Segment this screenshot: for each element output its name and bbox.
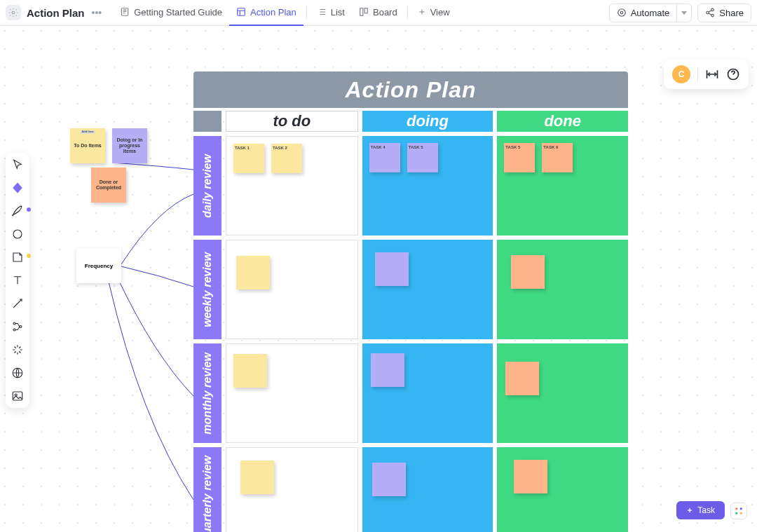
sticky-blank[interactable] [514,460,547,493]
sticky-task[interactable]: TASK 1 [233,144,264,173]
whiteboard-canvas[interactable]: C Add Item To Do Items Doing or In progr… [0,26,757,532]
cell-monthly-done[interactable] [497,343,628,443]
tab-getting-started[interactable]: Getting Started Guide [113,0,229,26]
sticky-task[interactable]: TASK 4 [369,143,400,172]
sticky-blank[interactable] [372,463,406,496]
cell-quarterly-doing[interactable] [362,447,493,532]
sticky-task[interactable]: TASK 6 [542,143,573,172]
board-title: Action Plan [193,71,628,108]
sticky-task[interactable]: TASK 5 [407,143,438,172]
legend-label: Done or Completed [94,179,123,191]
sticky-blank[interactable] [233,354,267,388]
chevron-down-icon [681,11,687,15]
column-header-done: done [497,111,628,132]
cell-quarterly-done[interactable] [497,447,628,532]
automate-button[interactable]: Automate [609,4,678,22]
action-plan-board: Action Plan to do doing done daily revie… [193,71,628,532]
legend-todo[interactable]: Add Item To Do Items [70,128,105,163]
sticky-blank[interactable] [505,362,539,395]
row-weekly: weekly review [193,240,628,339]
cell-weekly-doing[interactable] [362,240,493,339]
more-options-icon[interactable]: ••• [90,7,104,18]
help-icon[interactable] [726,67,740,81]
frequency-label: Frequency [85,263,113,269]
svg-point-6 [620,11,623,14]
sticky-blank[interactable] [236,256,270,289]
diamond-tool[interactable] [10,180,25,196]
toolbox [6,153,29,408]
new-task-button[interactable]: Task [676,501,725,519]
svg-rect-13 [735,512,737,514]
topbar: Action Plan ••• Getting Started Guide Ac… [0,0,757,26]
cell-daily-done[interactable]: TASK 5 TASK 6 [497,136,628,236]
tab-add-view[interactable]: View [411,0,457,26]
separator [306,6,307,19]
cell-daily-doing[interactable]: TASK 4 TASK 5 [362,136,493,236]
separator [697,67,698,82]
fit-width-icon[interactable] [705,67,719,81]
automate-dropdown[interactable] [677,4,692,22]
sticky-tool[interactable] [10,250,25,265]
link-tool[interactable] [10,319,25,334]
automate-label: Automate [631,8,670,18]
svg-rect-12 [740,507,742,510]
canvas-controls: C [664,60,749,89]
cell-monthly-todo[interactable] [226,343,358,443]
avatar[interactable]: C [672,65,690,83]
page-title: Action Plan [27,7,85,19]
tab-list[interactable]: List [310,0,352,26]
separator [407,6,408,19]
shape-tool[interactable] [10,226,25,242]
web-tool[interactable] [10,365,25,381]
ai-tool[interactable] [10,342,25,357]
legend-label: Doing or In progress Items [115,137,144,154]
connector-tool[interactable] [10,296,25,311]
svg-point-9 [711,14,714,17]
legend-done[interactable]: Done or Completed [91,168,126,203]
row-label-weekly: weekly review [193,240,221,339]
row-monthly: monthly review [193,343,628,443]
cell-quarterly-todo[interactable] [226,447,358,532]
tab-label: Action Plan [250,7,296,18]
task-label: Task [697,505,715,515]
select-tool[interactable] [10,157,25,172]
cell-daily-todo[interactable]: TASK 1 TASK 2 [226,136,358,236]
svg-rect-14 [740,512,742,514]
legend-doing[interactable]: Doing or In progress Items [112,128,147,163]
view-tabs: Getting Started Guide Action Plan List B… [113,0,456,26]
apps-button[interactable] [730,503,747,519]
image-tool[interactable] [10,388,25,404]
column-header-doing: doing [362,111,493,132]
row-label-monthly: monthly review [193,343,221,443]
tab-label: Board [373,7,397,18]
tab-action-plan[interactable]: Action Plan [229,0,304,26]
tab-label: View [430,7,450,18]
sticky-blank[interactable] [371,353,404,387]
sticky-blank[interactable] [240,461,274,494]
svg-rect-11 [735,507,737,510]
cell-monthly-doing[interactable] [362,343,493,443]
row-label-quarterly: quarterly review [193,447,221,532]
cell-weekly-done[interactable] [497,240,628,339]
svg-point-17 [13,329,15,331]
svg-rect-20 [13,392,22,400]
text-tool[interactable] [10,273,25,288]
row-label-daily: daily review [193,136,221,236]
tab-board[interactable]: Board [352,0,404,26]
pen-tool[interactable] [10,203,25,219]
svg-point-16 [13,322,15,325]
sticky-blank[interactable] [511,255,545,289]
workspace-icon[interactable] [6,5,21,20]
svg-point-7 [711,8,714,11]
color-dot-icon [27,207,31,212]
sticky-task[interactable]: TASK 2 [271,144,302,173]
sticky-task[interactable]: TASK 5 [504,143,535,172]
sticky-blank[interactable] [375,252,409,286]
cell-weekly-todo[interactable] [226,240,358,339]
share-button[interactable]: Share [697,4,751,22]
svg-rect-2 [238,8,245,16]
frequency-node[interactable]: Frequency [76,248,121,283]
row-quarterly: quarterly review [193,447,628,532]
svg-point-8 [707,11,709,14]
corner-spacer [193,111,221,132]
